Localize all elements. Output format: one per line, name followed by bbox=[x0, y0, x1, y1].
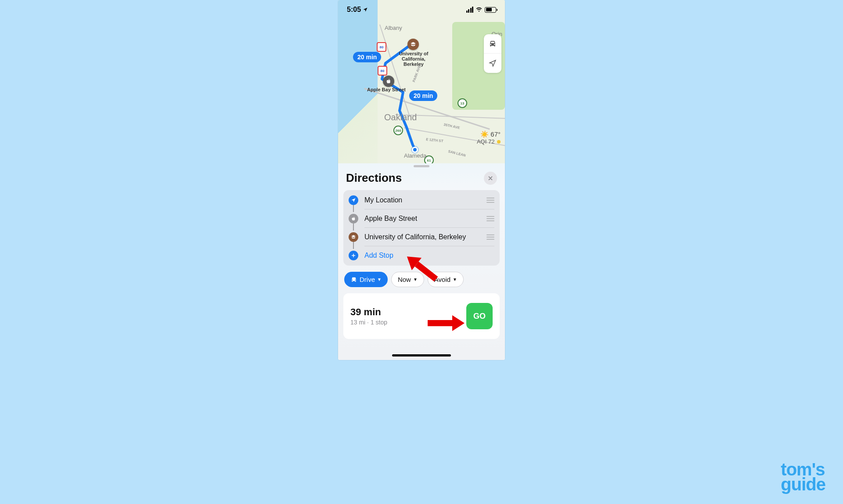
stop-row-waypoint[interactable]: Apple Bay Street bbox=[343, 209, 500, 228]
wifi-icon bbox=[475, 7, 483, 13]
annotation-arrow-go bbox=[428, 315, 465, 331]
stop-row-origin[interactable]: My Location bbox=[343, 191, 500, 209]
destination-pin-ucberkeley[interactable] bbox=[407, 39, 419, 50]
current-location-dot bbox=[412, 147, 418, 153]
city-label-alameda: Alameda bbox=[404, 152, 426, 159]
transport-mode-icon[interactable] bbox=[484, 34, 501, 54]
stop-row-destination[interactable]: University of California, Berkeley bbox=[343, 228, 500, 246]
watermark-logo: tom's guide bbox=[781, 462, 825, 492]
highway-shield-80a: 80 bbox=[377, 42, 386, 52]
close-button[interactable] bbox=[484, 172, 497, 185]
transport-mode-chip[interactable]: Drive ▼ bbox=[344, 272, 388, 287]
highway-shield-13: 13 bbox=[458, 98, 467, 108]
waypoint-pin-applebay[interactable] bbox=[383, 76, 394, 87]
recenter-icon[interactable] bbox=[484, 54, 501, 73]
reorder-handle-icon[interactable] bbox=[486, 216, 494, 221]
location-services-icon bbox=[363, 7, 368, 12]
panel-grabber[interactable] bbox=[414, 165, 429, 167]
graduation-cap-icon bbox=[349, 232, 358, 242]
cellular-signal-icon bbox=[466, 7, 474, 13]
reorder-handle-icon[interactable] bbox=[486, 198, 494, 203]
location-arrow-icon bbox=[349, 195, 358, 205]
chevron-down-icon: ▼ bbox=[413, 277, 418, 282]
pin-label-ucberkeley: University of California, Berkeley bbox=[394, 51, 433, 67]
pin-label-applebay: Apple Bay Street bbox=[367, 87, 406, 92]
panel-title: Directions bbox=[346, 171, 402, 185]
highway-shield-260: 260 bbox=[393, 126, 403, 135]
chevron-down-icon: ▼ bbox=[453, 277, 457, 282]
go-button[interactable]: GO bbox=[466, 303, 493, 329]
status-bar: 5:05 bbox=[338, 0, 505, 19]
highway-shield-80b: 80 bbox=[378, 66, 387, 76]
battery-icon bbox=[485, 7, 496, 13]
weather-widget[interactable]: ☀️ 67° AQI 72 bbox=[477, 130, 501, 145]
route-duration: 39 min bbox=[350, 306, 387, 318]
car-icon bbox=[350, 276, 357, 283]
apple-icon bbox=[349, 214, 358, 223]
route-time-badge-1[interactable]: 20 min bbox=[353, 52, 381, 62]
status-time: 5:05 bbox=[347, 6, 361, 14]
route-time-badge-2[interactable]: 20 min bbox=[409, 90, 437, 101]
plus-icon bbox=[349, 251, 358, 260]
reorder-handle-icon[interactable] bbox=[486, 234, 494, 240]
chevron-down-icon: ▼ bbox=[377, 277, 382, 282]
map-controls bbox=[484, 34, 501, 73]
city-label-oakland: Oakland bbox=[384, 112, 417, 122]
stops-list: My Location Apple Bay Street University … bbox=[343, 190, 500, 266]
route-detail: 13 mi · 1 stop bbox=[350, 319, 387, 326]
home-indicator[interactable] bbox=[392, 354, 451, 356]
map-view[interactable]: University of California, Berkeley Apple… bbox=[338, 0, 505, 166]
aqi-dot-icon bbox=[497, 140, 501, 144]
close-icon bbox=[487, 175, 494, 181]
phone-frame: University of California, Berkeley Apple… bbox=[338, 0, 505, 360]
route-result-card[interactable]: 39 min 13 mi · 1 stop GO bbox=[343, 293, 500, 339]
city-label-albany: Albany bbox=[385, 25, 402, 31]
